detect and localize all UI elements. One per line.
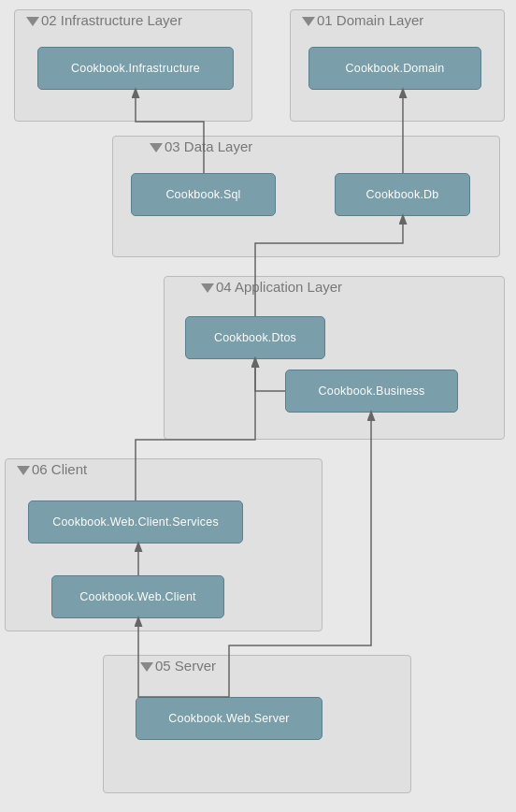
dtos-node: Cookbook.Dtos — [185, 316, 325, 359]
db-node: Cookbook.Db — [335, 173, 470, 216]
application-triangle — [201, 283, 214, 293]
web-client-services-node: Cookbook.Web.Client.Services — [28, 500, 243, 544]
sql-node: Cookbook.Sql — [131, 173, 276, 216]
server-layer-label: 05 Server — [155, 658, 216, 674]
domain-layer-label: 01 Domain Layer — [317, 12, 423, 28]
infrastructure-layer-label: 02 Infrastructure Layer — [41, 12, 182, 28]
infrastructure-node: Cookbook.Infrastructure — [37, 47, 234, 90]
server-triangle — [140, 662, 153, 672]
client-layer-label: 06 Client — [32, 461, 87, 477]
data-layer-label: 03 Data Layer — [165, 138, 252, 154]
web-server-node: Cookbook.Web.Server — [136, 697, 322, 740]
data-triangle — [150, 143, 163, 152]
web-client-node: Cookbook.Web.Client — [51, 575, 224, 618]
client-triangle — [17, 466, 30, 475]
infrastructure-triangle — [26, 17, 39, 26]
business-node: Cookbook.Business — [285, 370, 458, 413]
domain-triangle — [302, 17, 315, 26]
application-layer-label: 04 Application Layer — [216, 279, 342, 295]
domain-node: Cookbook.Domain — [308, 47, 481, 90]
